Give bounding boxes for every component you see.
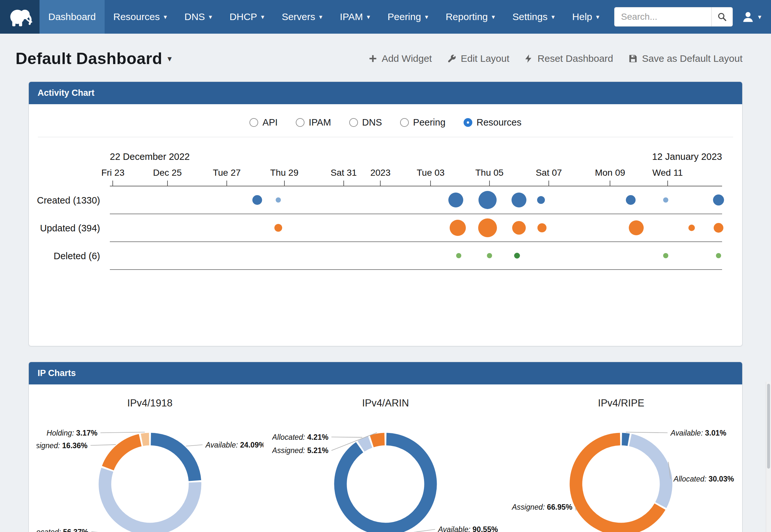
navbar-right: ▾ [614,0,771,34]
nav-item-dns[interactable]: DNS▾ [175,0,221,34]
activity-bubble[interactable] [511,193,526,207]
nav-item-resources[interactable]: Resources▾ [105,0,175,34]
donut-label: Allocated: 56.37% [37,528,88,532]
activity-timeline-chart: 22 December 2022 12 January 2023 Fri 23D… [29,150,722,270]
chevron-down-icon: ▾ [261,13,264,21]
donut-segment-assigned[interactable] [372,439,385,441]
bolt-icon [524,54,533,63]
nav-item-help[interactable]: Help▾ [563,0,608,34]
filter-radio-api[interactable]: API [250,117,278,128]
filter-radio-peering[interactable]: Peering [400,117,445,128]
activity-bubble[interactable] [714,223,723,233]
activity-bubble[interactable] [478,218,497,237]
donut-segment-available[interactable] [622,439,629,440]
save-default-layout-label: Save as Default Layout [642,53,743,64]
page-scrollbar-track[interactable] [766,382,771,532]
save-default-layout-button[interactable]: Save as Default Layout [628,53,743,64]
timeline-row-plot [110,186,722,214]
activity-bubble[interactable] [629,220,644,235]
activity-bubble[interactable] [663,197,668,203]
radio-unchecked-icon [400,118,409,127]
activity-bubble[interactable] [450,220,466,236]
filter-radio-ipam[interactable]: IPAM [296,117,331,128]
donut-chart: Available: 3.01%Allocated: 30.03%Assigne… [508,410,734,532]
nav-item-ipam[interactable]: IPAM▾ [331,0,379,34]
page-head: Default Dashboard ▾ Add Widget Edit Layo… [0,49,771,68]
nav-item-peering[interactable]: Peering▾ [379,0,437,34]
plus-icon [368,54,377,63]
nav-item-dashboard[interactable]: Dashboard [39,0,105,34]
chevron-down-icon: ▾ [319,13,322,21]
axis-tick-mark [667,181,668,186]
activity-bubble[interactable] [512,221,526,235]
activity-bubble[interactable] [626,195,636,205]
activity-bubble[interactable] [688,225,695,231]
activity-bubble[interactable] [456,253,461,258]
nav-item-label: Reporting [446,11,488,22]
activity-bubble[interactable] [274,224,282,232]
nav-item-settings[interactable]: Settings▾ [504,0,563,34]
activity-bubble[interactable] [537,223,546,232]
axis-tick-mark [548,181,549,186]
nav-item-dhcp[interactable]: DHCP▾ [221,0,273,34]
activity-bubble[interactable] [448,193,463,207]
activity-bubble[interactable] [713,194,724,205]
donut-label: Allocated: 4.21% [272,433,329,441]
nav-item-label: DHCP [230,11,257,22]
axis-tick-mark [167,181,168,186]
axis-tick-mark [380,181,381,186]
timeline-axis: Fri 23Dec 25Tue 27Thu 29Sat 312023Tue 03… [110,165,722,186]
reset-dashboard-label: Reset Dashboard [537,53,613,64]
timeline-row-label: Updated (394) [29,214,110,242]
nav-item-label: Settings [512,11,547,22]
dashboard-select-caret-icon[interactable]: ▾ [167,54,172,64]
chevron-down-icon: ▾ [758,13,761,21]
add-widget-button[interactable]: Add Widget [368,53,432,64]
donut-label: Assigned: 5.21% [272,446,329,455]
app-logo[interactable] [0,0,39,34]
activity-chart-panel: Activity Chart APIIPAMDNSPeeringResource… [28,82,743,346]
donut-ipv4-ripe: IPv4/RIPEAvailable: 3.01%Allocated: 30.0… [503,397,739,532]
radio-checked-icon [464,118,472,127]
activity-bubble[interactable] [487,253,492,258]
reset-dashboard-button[interactable]: Reset Dashboard [524,53,613,64]
activity-bubble[interactable] [252,195,262,205]
nav-item-reporting[interactable]: Reporting▾ [437,0,504,34]
axis-tick-label: Dec 25 [153,168,182,178]
activity-bubble[interactable] [276,197,281,203]
donut-label: Assigned: 16.36% [37,441,87,450]
user-menu[interactable]: ▾ [741,10,761,24]
donut-label: Available: 3.01% [670,429,726,437]
filter-radio-resources[interactable]: Resources [464,117,521,128]
axis-tick-mark [489,181,490,186]
activity-bubble[interactable] [514,253,520,259]
donut-segment-allocated[interactable] [631,440,666,505]
activity-bubble[interactable] [478,191,497,209]
label-leader-line [331,437,362,437]
filter-radio-dns[interactable]: DNS [349,117,382,128]
timeline-row-updated: Updated (394) [29,214,722,242]
donut-segment-holding[interactable] [142,439,149,440]
activity-bubble[interactable] [537,196,545,204]
ip-panel-header: IP Charts [29,362,742,384]
search-input[interactable] [614,7,711,27]
edit-layout-button[interactable]: Edit Layout [447,53,509,64]
donut-segment-allocated[interactable] [361,442,370,446]
donut-segment-allocated[interactable] [105,470,195,529]
nav-item-servers[interactable]: Servers▾ [273,0,331,34]
donut-segment-available[interactable] [151,439,195,481]
page-scrollbar-thumb[interactable] [767,384,770,469]
donut-segment-assigned[interactable] [108,440,140,468]
donut-label: Allocated: 30.03% [673,475,734,483]
search-button[interactable] [711,7,733,27]
donut-ipv4-1918: IPv4/1918Available: 24.09%Allocated: 56.… [32,397,268,532]
donut-title: IPv4/ARIN [362,397,409,409]
donut-segment-available[interactable] [341,439,430,529]
activity-bubble[interactable] [716,253,721,258]
axis-tick-mark [284,181,285,186]
axis-tick-label: Sat 07 [536,168,562,178]
donut-label: Assigned: 66.95% [511,503,572,511]
nav-item-label: Help [572,11,592,22]
activity-bubble[interactable] [663,253,668,258]
nav-menu: DashboardResources▾DNS▾DHCP▾Servers▾IPAM… [39,0,608,34]
